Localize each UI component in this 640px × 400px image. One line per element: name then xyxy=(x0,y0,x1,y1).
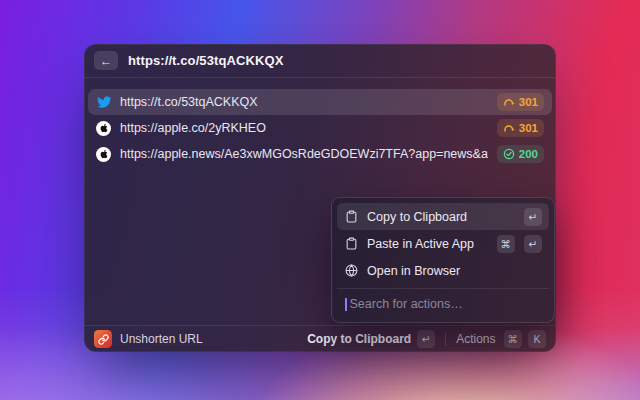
action-open-in-browser[interactable]: Open in Browser xyxy=(337,257,549,284)
action-paste-in-active-app[interactable]: Paste in Active App ⌘ ↵ xyxy=(337,230,549,257)
actions-search-input[interactable]: Search for actions… xyxy=(337,288,549,317)
apple-icon xyxy=(96,121,111,136)
result-url: https://apple.co/2yRKHEO xyxy=(120,121,488,135)
action-label: Open in Browser xyxy=(367,264,542,278)
return-keycap: ↵ xyxy=(417,330,435,348)
search-placeholder: Search for actions… xyxy=(350,297,463,311)
status-bar: Unshorten URL Copy to Clipboard ↵ Action… xyxy=(84,325,556,352)
action-copy-to-clipboard[interactable]: Copy to Clipboard ↵ xyxy=(337,203,549,230)
back-arrow-icon: ← xyxy=(100,54,112,68)
apple-news-icon xyxy=(96,147,111,162)
divider xyxy=(445,332,446,346)
window-header: ← https://t.co/53tqACKKQX xyxy=(84,44,556,78)
redirect-icon xyxy=(503,96,515,108)
primary-action-label[interactable]: Copy to Clipboard xyxy=(307,332,411,346)
clipboard-icon xyxy=(344,210,358,224)
k-keycap: K xyxy=(528,330,546,348)
result-url: https://apple.news/Ae3xwMGOsRdeGDOEWzi7T… xyxy=(120,147,488,161)
status-code: 301 xyxy=(519,96,538,108)
check-circle-icon xyxy=(503,148,515,160)
return-keycap: ↵ xyxy=(524,235,542,253)
text-caret xyxy=(345,298,347,311)
cmd-keycap: ⌘ xyxy=(497,235,516,253)
redirect-icon xyxy=(503,122,515,134)
actions-button[interactable]: Actions xyxy=(456,332,495,346)
list-item[interactable]: https://apple.co/2yRKHEO 301 xyxy=(88,115,552,141)
unshorten-url-app-icon xyxy=(94,330,112,348)
list-item[interactable]: https://t.co/53tqACKKQX 301 xyxy=(88,89,552,115)
result-url: https://t.co/53tqACKKQX xyxy=(120,95,488,109)
status-badge: 301 xyxy=(497,93,544,111)
link-icon xyxy=(98,334,109,345)
status-badge: 301 xyxy=(497,119,544,137)
status-badge: 200 xyxy=(497,145,544,163)
action-label: Copy to Clipboard xyxy=(367,210,515,224)
cmd-keycap: ⌘ xyxy=(504,330,523,348)
actions-menu: Copy to Clipboard ↵ Paste in Active App … xyxy=(331,197,555,323)
status-code: 200 xyxy=(519,148,538,160)
back-button[interactable]: ← xyxy=(94,51,118,70)
status-code: 301 xyxy=(519,122,538,134)
globe-icon xyxy=(344,264,358,278)
clipboard-icon xyxy=(344,237,358,251)
raycast-window: ← https://t.co/53tqACKKQX https://t.co/5… xyxy=(84,44,556,352)
list-item[interactable]: https://apple.news/Ae3xwMGOsRdeGDOEWzi7T… xyxy=(88,141,552,167)
action-label: Paste in Active App xyxy=(367,237,488,251)
extension-name: Unshorten URL xyxy=(120,332,203,346)
query-title: https://t.co/53tqACKKQX xyxy=(128,53,283,68)
twitter-icon xyxy=(96,95,111,110)
return-keycap: ↵ xyxy=(524,208,542,226)
